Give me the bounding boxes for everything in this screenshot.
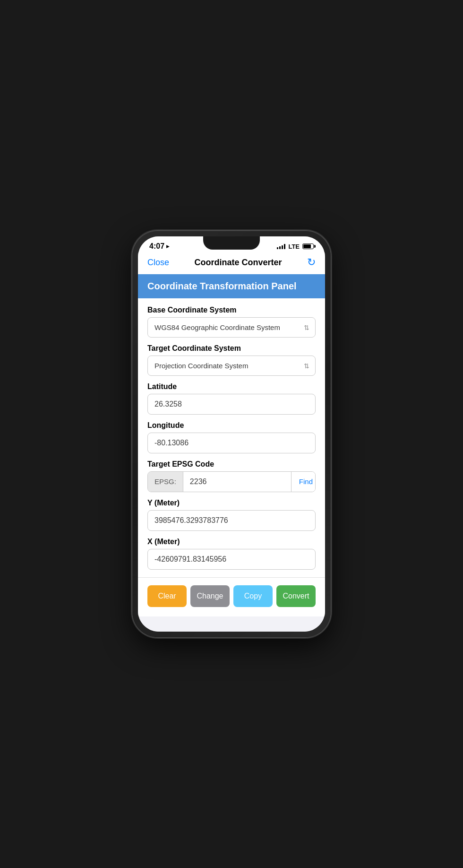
longitude-field: Longitude <box>147 421 316 453</box>
base-system-label: Base Coordinate System <box>147 306 316 314</box>
phone-screen: 4:07 ▸ LTE Close Coordinate Converter <box>138 236 325 632</box>
y-input[interactable] <box>147 510 316 531</box>
signal-icon <box>277 243 285 249</box>
base-system-field: Base Coordinate System WGS84 Geographic … <box>147 306 316 338</box>
change-button[interactable]: Change <box>190 585 230 607</box>
nav-bar: Close Coordinate Converter ↻ <box>138 252 325 274</box>
longitude-input[interactable] <box>147 433 316 453</box>
y-label: Y (Meter) <box>147 499 316 507</box>
base-system-value: WGS84 Geographic Coordinate System <box>148 318 315 337</box>
epsg-label: Target EPSG Code <box>147 460 316 469</box>
x-input[interactable] <box>147 549 316 570</box>
target-system-field: Target Coordinate System Projection Coor… <box>147 344 316 376</box>
latitude-input[interactable] <box>147 394 316 415</box>
status-time: 4:07 ▸ <box>149 242 169 251</box>
base-system-select[interactable]: WGS84 Geographic Coordinate System ⇅ <box>147 317 316 338</box>
content-area: Coordinate Transformation Panel Base Coo… <box>138 274 325 632</box>
phone-frame: 4:07 ▸ LTE Close Coordinate Converter <box>132 231 331 637</box>
x-label: X (Meter) <box>147 538 316 546</box>
epsg-row: EPSG: Find <box>147 471 316 492</box>
epsg-prefix: EPSG: <box>148 472 183 492</box>
refresh-icon[interactable]: ↻ <box>307 256 316 269</box>
target-system-value: Projection Coordinate System <box>148 356 315 375</box>
battery-icon <box>302 243 314 249</box>
clear-button[interactable]: Clear <box>147 585 187 607</box>
x-meter-field: X (Meter) <box>147 538 316 570</box>
latitude-label: Latitude <box>147 382 316 391</box>
copy-button[interactable]: Copy <box>233 585 273 607</box>
target-system-select[interactable]: Projection Coordinate System ⇅ <box>147 356 316 376</box>
convert-button[interactable]: Convert <box>276 585 316 607</box>
notch <box>203 236 260 250</box>
time-display: 4:07 <box>149 242 164 251</box>
panel-header-text: Coordinate Transformation Panel <box>147 281 297 291</box>
close-button[interactable]: Close <box>147 258 169 268</box>
y-meter-field: Y (Meter) <box>147 499 316 531</box>
longitude-label: Longitude <box>147 421 316 430</box>
panel-header: Coordinate Transformation Panel <box>138 274 325 298</box>
action-buttons: Clear Change Copy Convert <box>138 577 325 616</box>
target-system-label: Target Coordinate System <box>147 344 316 353</box>
find-button[interactable]: Find <box>291 472 316 492</box>
epsg-input[interactable] <box>183 472 291 492</box>
status-indicators: LTE <box>277 243 314 250</box>
nav-title: Coordinate Converter <box>195 258 282 268</box>
form-body: Base Coordinate System WGS84 Geographic … <box>138 298 325 577</box>
latitude-field: Latitude <box>147 382 316 415</box>
lte-label: LTE <box>288 243 300 250</box>
epsg-field: Target EPSG Code EPSG: Find <box>147 460 316 492</box>
location-icon: ▸ <box>166 243 169 250</box>
